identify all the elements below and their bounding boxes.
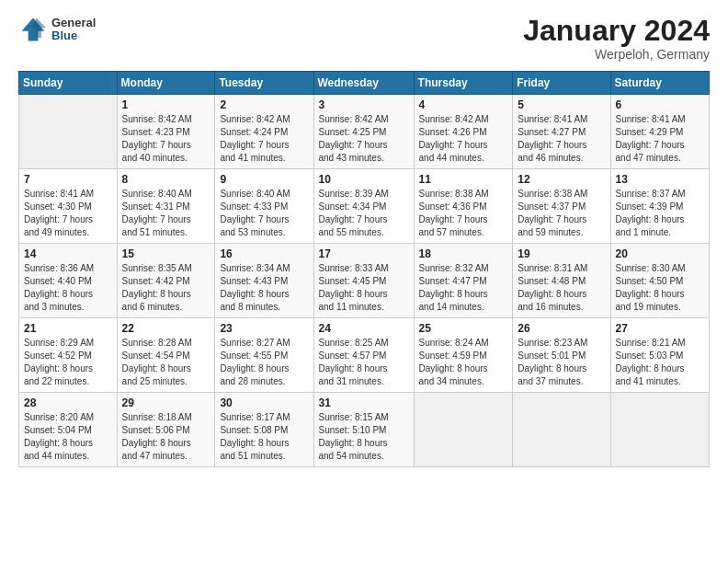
day-info: Sunrise: 8:41 AM Sunset: 4:29 PM Dayligh… [616, 113, 705, 165]
day-info: Sunrise: 8:28 AM Sunset: 4:54 PM Dayligh… [122, 337, 211, 388]
calendar-day-cell: 11Sunrise: 8:38 AM Sunset: 4:36 PM Dayli… [414, 169, 513, 244]
day-info: Sunrise: 8:34 AM Sunset: 4:43 PM Dayligh… [220, 262, 309, 314]
calendar-day-cell [513, 393, 610, 467]
day-number: 10 [319, 173, 410, 186]
day-number: 14 [24, 247, 113, 260]
day-number: 24 [319, 322, 410, 335]
day-info: Sunrise: 8:23 AM Sunset: 5:01 PM Dayligh… [518, 337, 606, 388]
calendar-day-cell [610, 393, 709, 467]
day-number: 5 [518, 98, 606, 111]
logo-icon [18, 15, 48, 44]
day-info: Sunrise: 8:37 AM Sunset: 4:39 PM Dayligh… [616, 188, 705, 239]
day-number: 27 [616, 322, 705, 335]
day-number: 21 [24, 322, 113, 335]
day-info: Sunrise: 8:40 AM Sunset: 4:31 PM Dayligh… [122, 188, 211, 239]
logo-general: General [51, 17, 96, 29]
calendar-day-cell [414, 393, 513, 467]
day-info: Sunrise: 8:30 AM Sunset: 4:50 PM Dayligh… [616, 262, 705, 314]
day-number: 22 [122, 322, 211, 335]
calendar-week-row: 28Sunrise: 8:20 AM Sunset: 5:04 PM Dayli… [19, 393, 710, 467]
calendar-day-header: Sunday [19, 72, 118, 95]
month-title: January 2024 [523, 15, 710, 47]
day-number: 12 [518, 173, 606, 186]
day-number: 19 [518, 247, 606, 260]
day-number: 9 [220, 173, 309, 186]
calendar-day-cell: 21Sunrise: 8:29 AM Sunset: 4:52 PM Dayli… [19, 318, 118, 393]
day-number: 17 [319, 247, 410, 260]
day-number: 20 [616, 247, 705, 260]
day-number: 11 [419, 173, 509, 186]
location: Werpeloh, Germany [523, 47, 710, 62]
day-info: Sunrise: 8:42 AM Sunset: 4:24 PM Dayligh… [220, 113, 309, 165]
calendar-week-row: 21Sunrise: 8:29 AM Sunset: 4:52 PM Dayli… [19, 318, 710, 393]
calendar-day-cell: 10Sunrise: 8:39 AM Sunset: 4:34 PM Dayli… [313, 169, 414, 244]
calendar-day-header: Friday [513, 72, 610, 95]
day-info: Sunrise: 8:15 AM Sunset: 5:10 PM Dayligh… [319, 411, 410, 463]
calendar-day-header: Monday [117, 72, 215, 95]
calendar-day-cell: 25Sunrise: 8:24 AM Sunset: 4:59 PM Dayli… [414, 318, 513, 393]
day-number: 6 [616, 98, 705, 111]
calendar-week-row: 1Sunrise: 8:42 AM Sunset: 4:23 PM Daylig… [19, 95, 710, 169]
day-info: Sunrise: 8:27 AM Sunset: 4:55 PM Dayligh… [220, 337, 309, 388]
calendar-day-cell: 23Sunrise: 8:27 AM Sunset: 4:55 PM Dayli… [215, 318, 313, 393]
header: General Blue January 2024 Werpeloh, Germ… [18, 15, 710, 62]
calendar-day-cell: 27Sunrise: 8:21 AM Sunset: 5:03 PM Dayli… [610, 318, 709, 393]
calendar-day-cell: 12Sunrise: 8:38 AM Sunset: 4:37 PM Dayli… [513, 169, 610, 244]
calendar-day-cell: 31Sunrise: 8:15 AM Sunset: 5:10 PM Dayli… [313, 393, 414, 467]
day-number: 2 [220, 98, 309, 111]
day-info: Sunrise: 8:25 AM Sunset: 4:57 PM Dayligh… [319, 337, 410, 388]
logo-text: General Blue [51, 17, 96, 43]
title-block: January 2024 Werpeloh, Germany [523, 15, 710, 62]
day-number: 8 [122, 173, 211, 186]
day-info: Sunrise: 8:17 AM Sunset: 5:08 PM Dayligh… [220, 411, 309, 463]
calendar-day-header: Saturday [610, 72, 709, 95]
day-number: 4 [419, 98, 509, 111]
calendar-week-row: 7Sunrise: 8:41 AM Sunset: 4:30 PM Daylig… [19, 169, 710, 244]
calendar-day-cell: 5Sunrise: 8:41 AM Sunset: 4:27 PM Daylig… [513, 95, 610, 169]
calendar-day-cell: 9Sunrise: 8:40 AM Sunset: 4:33 PM Daylig… [215, 169, 313, 244]
calendar-day-cell: 14Sunrise: 8:36 AM Sunset: 4:40 PM Dayli… [19, 244, 118, 318]
day-info: Sunrise: 8:33 AM Sunset: 4:45 PM Dayligh… [319, 262, 410, 314]
day-info: Sunrise: 8:38 AM Sunset: 4:36 PM Dayligh… [419, 188, 509, 239]
calendar-day-cell: 17Sunrise: 8:33 AM Sunset: 4:45 PM Dayli… [313, 244, 414, 318]
calendar-day-cell: 3Sunrise: 8:42 AM Sunset: 4:25 PM Daylig… [313, 95, 414, 169]
calendar-day-cell: 26Sunrise: 8:23 AM Sunset: 5:01 PM Dayli… [513, 318, 610, 393]
calendar-day-cell: 30Sunrise: 8:17 AM Sunset: 5:08 PM Dayli… [215, 393, 313, 467]
day-number: 13 [616, 173, 705, 186]
day-number: 29 [122, 396, 211, 409]
day-number: 16 [220, 247, 309, 260]
day-info: Sunrise: 8:42 AM Sunset: 4:26 PM Dayligh… [419, 113, 509, 165]
day-info: Sunrise: 8:31 AM Sunset: 4:48 PM Dayligh… [518, 262, 606, 314]
calendar-day-cell: 24Sunrise: 8:25 AM Sunset: 4:57 PM Dayli… [313, 318, 414, 393]
calendar-day-header: Thursday [414, 72, 513, 95]
calendar-day-cell: 28Sunrise: 8:20 AM Sunset: 5:04 PM Dayli… [19, 393, 118, 467]
calendar-day-cell: 7Sunrise: 8:41 AM Sunset: 4:30 PM Daylig… [19, 169, 118, 244]
day-info: Sunrise: 8:24 AM Sunset: 4:59 PM Dayligh… [419, 337, 509, 388]
calendar-day-cell: 22Sunrise: 8:28 AM Sunset: 4:54 PM Dayli… [117, 318, 215, 393]
calendar-day-cell: 18Sunrise: 8:32 AM Sunset: 4:47 PM Dayli… [414, 244, 513, 318]
day-info: Sunrise: 8:29 AM Sunset: 4:52 PM Dayligh… [24, 337, 113, 388]
calendar-day-cell: 13Sunrise: 8:37 AM Sunset: 4:39 PM Dayli… [610, 169, 709, 244]
calendar-day-cell: 8Sunrise: 8:40 AM Sunset: 4:31 PM Daylig… [117, 169, 215, 244]
calendar-day-cell: 16Sunrise: 8:34 AM Sunset: 4:43 PM Dayli… [215, 244, 313, 318]
logo-blue: Blue [51, 29, 96, 42]
calendar-day-header: Tuesday [215, 72, 313, 95]
calendar-day-cell: 19Sunrise: 8:31 AM Sunset: 4:48 PM Dayli… [513, 244, 610, 318]
day-number: 7 [24, 173, 113, 186]
day-number: 30 [220, 396, 309, 409]
calendar-day-cell [19, 95, 118, 169]
day-info: Sunrise: 8:36 AM Sunset: 4:40 PM Dayligh… [24, 262, 113, 314]
calendar-day-cell: 2Sunrise: 8:42 AM Sunset: 4:24 PM Daylig… [215, 95, 313, 169]
day-number: 31 [319, 396, 410, 409]
calendar-day-cell: 6Sunrise: 8:41 AM Sunset: 4:29 PM Daylig… [610, 95, 709, 169]
day-info: Sunrise: 8:40 AM Sunset: 4:33 PM Dayligh… [220, 188, 309, 239]
day-info: Sunrise: 8:38 AM Sunset: 4:37 PM Dayligh… [518, 188, 606, 239]
calendar-day-cell: 20Sunrise: 8:30 AM Sunset: 4:50 PM Dayli… [610, 244, 709, 318]
day-info: Sunrise: 8:21 AM Sunset: 5:03 PM Dayligh… [616, 337, 705, 388]
day-number: 26 [518, 322, 606, 335]
day-info: Sunrise: 8:32 AM Sunset: 4:47 PM Dayligh… [419, 262, 509, 314]
day-number: 23 [220, 322, 309, 335]
day-info: Sunrise: 8:20 AM Sunset: 5:04 PM Dayligh… [24, 411, 113, 463]
day-number: 1 [122, 98, 211, 111]
day-info: Sunrise: 8:18 AM Sunset: 5:06 PM Dayligh… [122, 411, 211, 463]
